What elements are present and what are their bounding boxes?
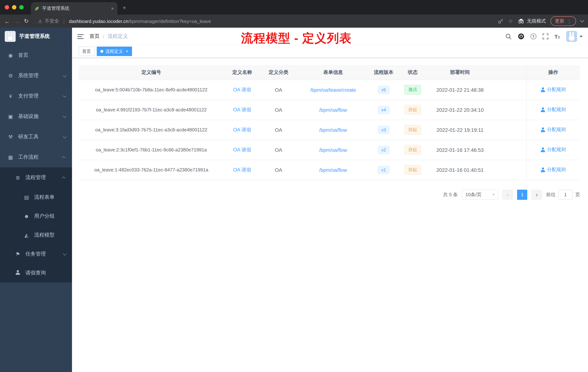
tab-close-icon[interactable]: ×	[111, 6, 114, 11]
tag-process-definition[interactable]: 流程定义 ×	[97, 47, 132, 56]
form-link[interactable]: /bpm/oa/flow	[319, 167, 347, 173]
definition-name-link[interactable]: OA 请假	[233, 87, 251, 92]
hamburger-icon[interactable]	[77, 34, 84, 39]
breadcrumb-home[interactable]: 首页	[89, 33, 100, 40]
close-window-button[interactable]	[5, 5, 9, 10]
form-link[interactable]: /bpm/oa/flow	[319, 127, 347, 133]
url-host: dashboard.yudao.iocoder.cn	[69, 18, 128, 24]
sidebar-item-user-group[interactable]: ☻ 用户分组	[0, 207, 72, 226]
reload-button[interactable]: ↻	[24, 18, 29, 24]
assign-rule-link[interactable]: 分配规则	[541, 87, 566, 93]
form-link[interactable]: /bpm/oa/flow	[319, 107, 347, 113]
sidebar: 芋道管理系统 ◉ 首页 ⚙ 系统管理 ¥ 支付管理 ▣ 基础设施 ⚒ 研发工具 …	[0, 28, 72, 372]
tag-close-icon[interactable]: ×	[126, 49, 128, 54]
help-icon[interactable]: ?	[530, 33, 536, 39]
version-tag: v4	[378, 106, 389, 114]
sidebar-item-label: 请假查询	[25, 270, 46, 276]
deploy-time: 2022-01-22 20:34:10	[428, 100, 492, 120]
sidebar-item-system[interactable]: ⚙ 系统管理	[0, 66, 72, 86]
logo-avatar	[5, 31, 16, 42]
tab-title: 芋道管理系统	[42, 5, 108, 11]
definition-category: OA	[260, 140, 297, 160]
toolbar-right: ☆ 无痕模式 更新 ⋮	[498, 16, 584, 26]
sidebar-item-process-model[interactable]: ◭ 流程模型	[0, 226, 72, 245]
next-page-button[interactable]: ›	[531, 189, 542, 200]
caret-down-icon: ▾	[493, 192, 494, 197]
fullscreen-icon[interactable]	[542, 33, 548, 39]
sidebar-item-task-management[interactable]: ⚑ 任务管理	[0, 245, 72, 263]
forward-button[interactable]: →	[14, 18, 20, 24]
assign-rule-link[interactable]: 分配规则	[541, 166, 566, 173]
update-button[interactable]: 更新 ⋮	[551, 16, 576, 26]
search-icon[interactable]	[505, 33, 512, 40]
main-area: 首页 / 流程定义 流程模型 - 定义列表 ? TT 首页 流程定	[72, 28, 588, 372]
github-icon[interactable]	[518, 33, 524, 40]
table-header-row: 定义编号 定义名称 定义分类 表单信息 流程版本 状态 部署时间 操作	[79, 65, 580, 80]
tag-home[interactable]: 首页	[79, 47, 94, 56]
avatar[interactable]	[566, 31, 577, 42]
minimize-window-button[interactable]	[12, 5, 16, 10]
page: 芋道管理系统 × + ← → ↻ ⚠ 不安全 | dashboard.yudao…	[0, 0, 588, 372]
user-menu[interactable]	[566, 31, 583, 42]
page-number-current[interactable]: 1	[517, 189, 527, 200]
sidebar-item-leave-query[interactable]: 请假查询	[0, 263, 72, 283]
page-size-select[interactable]: 10条/页 ▾	[462, 189, 498, 200]
window-controls[interactable]	[0, 5, 30, 10]
definition-category: OA	[260, 160, 297, 180]
font-size-icon[interactable]: TT	[554, 33, 560, 40]
incognito-icon	[518, 19, 524, 24]
sidebar-item-label: 系统管理	[18, 72, 39, 79]
definition-name-link[interactable]: OA 请假	[233, 167, 251, 172]
security-indicator[interactable]: ⚠ 不安全	[38, 18, 59, 24]
sidebar-item-payment[interactable]: ¥ 支付管理	[0, 86, 72, 106]
form-link[interactable]: /bpm/oa/leave/create	[310, 87, 356, 93]
bookmark-star-icon[interactable]: ☆	[508, 18, 513, 24]
column-header-actions: 操作	[526, 65, 580, 80]
version-tag: v5	[378, 86, 389, 94]
prev-page-button[interactable]: ‹	[502, 189, 513, 200]
browser-tab[interactable]: 芋道管理系统 ×	[31, 2, 117, 15]
definition-name-link[interactable]: OA 请假	[233, 107, 251, 112]
sidebar-item-workflow[interactable]: ▦ 工作流程	[0, 147, 72, 167]
tag-label: 首页	[82, 48, 91, 55]
sidebar-item-devtools[interactable]: ⚒ 研发工具	[0, 127, 72, 147]
password-key-icon[interactable]	[498, 18, 504, 24]
assign-rule-link[interactable]: 分配规则	[541, 127, 566, 133]
sidebar-item-label: 首页	[18, 52, 28, 59]
page-content: 定义编号 定义名称 定义分类 表单信息 流程版本 状态 部署时间 操作 oa_l…	[72, 58, 588, 200]
definition-id: oa_leave:3:1fad3d93-7b75-11ec-a3c8-acde4…	[79, 120, 224, 140]
warning-icon: ⚠	[38, 18, 42, 24]
active-dot	[100, 50, 103, 53]
chevron-down-icon[interactable]	[580, 18, 584, 22]
deploy-time: 2022-01-22 19:19:11	[428, 120, 492, 140]
task-icon: ⚑	[15, 251, 21, 257]
page-title-annotation: 流程模型 - 定义列表	[241, 30, 352, 47]
column-header-id: 定义编号	[79, 65, 224, 80]
chevron-down-icon	[63, 73, 67, 77]
form-link[interactable]: /bpm/oa/flow	[319, 147, 347, 153]
assign-rule-link[interactable]: 分配规则	[541, 146, 566, 153]
caret-down-icon	[580, 35, 583, 37]
browser-menu-icon[interactable]: ⋮	[567, 18, 572, 24]
sidebar-item-process-form[interactable]: ▤ 流程表单	[0, 188, 72, 207]
deploy-time: 2022-01-16 17:46:53	[428, 140, 492, 160]
spacer-cell	[492, 80, 526, 100]
new-tab-button[interactable]: +	[123, 4, 126, 12]
definition-name-link[interactable]: OA 请假	[233, 127, 251, 132]
sidebar-item-label: 用户分组	[34, 213, 54, 219]
chevron-down-icon	[63, 94, 67, 97]
definition-name-link[interactable]: OA 请假	[233, 147, 251, 152]
maximize-window-button[interactable]	[19, 5, 24, 10]
assign-rule-link[interactable]: 分配规则	[541, 107, 566, 113]
goto-page-input[interactable]	[558, 189, 573, 200]
sidebar-logo-row: 芋道管理系统	[0, 28, 72, 45]
sidebar-item-infrastructure[interactable]: ▣ 基础设施	[0, 106, 72, 127]
user-icon	[541, 87, 545, 92]
sidebar-item-home[interactable]: ◉ 首页	[0, 45, 72, 66]
definition-table: 定义编号 定义名称 定义分类 表单信息 流程版本 状态 部署时间 操作 oa_l…	[79, 65, 580, 180]
user-icon	[541, 167, 545, 172]
sidebar-item-process-management[interactable]: ≣ 流程管理	[0, 167, 72, 188]
definition-id: oa_leave:1:482ec033-762a-11ec-8477-a2380…	[79, 160, 224, 180]
back-button[interactable]: ←	[4, 18, 10, 24]
address-bar[interactable]: dashboard.yudao.iocoder.cn/bpm/manager/d…	[69, 18, 211, 24]
